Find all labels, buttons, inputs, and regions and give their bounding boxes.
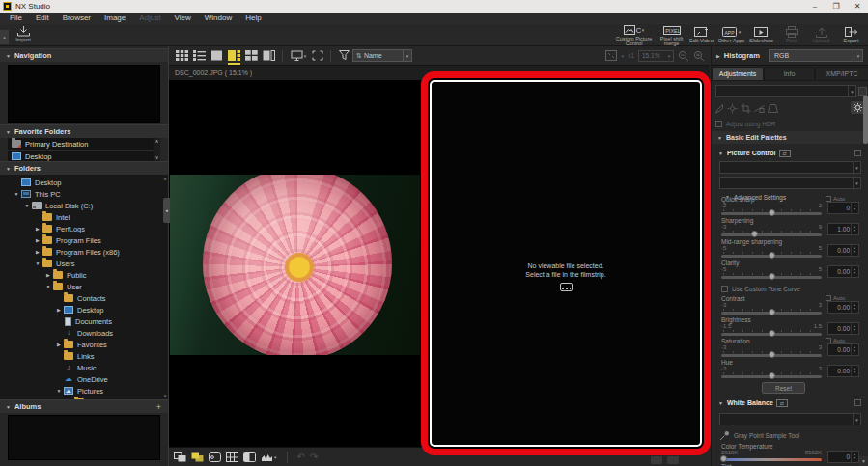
spinner-icon[interactable]: ▲▼ bbox=[851, 224, 857, 234]
single-image-button[interactable] bbox=[209, 47, 225, 65]
menu-item-edit[interactable]: Edit bbox=[29, 13, 56, 24]
close-button[interactable]: ✕ bbox=[847, 0, 868, 13]
slider-value[interactable]: 0.00▲▼ bbox=[827, 365, 859, 377]
minimize-button[interactable]: – bbox=[804, 0, 826, 13]
tree-item-this-pc[interactable]: ▼This PC bbox=[0, 188, 168, 200]
menu-item-window[interactable]: Window bbox=[198, 13, 238, 24]
spinner-icon[interactable]: ▲▼ bbox=[851, 302, 857, 313]
slider-value[interactable]: 0.00▲▼ bbox=[827, 343, 859, 356]
tree-item-desktop[interactable]: ▶Desktop bbox=[0, 304, 168, 315]
menu-item-adjust[interactable]: Adjust bbox=[132, 13, 167, 24]
spinner-icon[interactable]: ▲▼ bbox=[851, 344, 857, 355]
spinner-icon[interactable]: ▲▼ bbox=[851, 452, 857, 462]
adjustment-preset-dropdown[interactable]: ▾ bbox=[715, 85, 856, 97]
scroll-down-icon[interactable]: ∨ bbox=[163, 393, 167, 398]
picture-control-header[interactable]: ▼ Picture Control ⇄ bbox=[712, 147, 868, 159]
highlighted-viewer-pane[interactable]: No viewable file selected. Select a file… bbox=[421, 71, 711, 455]
edit-video-button[interactable]: Edit Video bbox=[686, 24, 716, 46]
image-side-filmstrip-button[interactable] bbox=[261, 47, 277, 65]
viewer-extra-buttons[interactable] bbox=[651, 456, 679, 464]
spinner-icon[interactable]: ▲▼ bbox=[851, 245, 857, 256]
scroll-down-icon[interactable]: ∨ bbox=[154, 154, 160, 161]
color-temp-slider[interactable] bbox=[721, 458, 822, 461]
white-balance-checkbox[interactable] bbox=[854, 399, 861, 406]
adjustment-manager-button[interactable] bbox=[858, 87, 867, 96]
add-album-button[interactable]: + bbox=[156, 402, 161, 412]
albums-section-header[interactable]: ▼ Albums + bbox=[0, 399, 168, 413]
badge-frame-button[interactable] bbox=[209, 451, 221, 464]
picture-control-sub-dropdown[interactable]: ▾ bbox=[719, 177, 861, 189]
tree-item-local-disk-c[interactable]: ▼Local Disk (C:) bbox=[0, 200, 168, 211]
tone-curve-checkbox[interactable] bbox=[721, 286, 728, 292]
expander-open-icon[interactable]: ▼ bbox=[12, 191, 21, 197]
expander-open-icon[interactable]: ▼ bbox=[54, 388, 64, 394]
slider-thumb[interactable] bbox=[769, 372, 775, 379]
control-point-icon[interactable] bbox=[727, 103, 738, 114]
slider-value[interactable]: 0▲▼ bbox=[827, 202, 859, 214]
hdr-checkbox[interactable] bbox=[715, 121, 722, 127]
tree-item-links[interactable]: Links bbox=[0, 350, 168, 362]
restore-button[interactable]: ❐ bbox=[826, 0, 847, 13]
menu-item-help[interactable]: Help bbox=[238, 13, 267, 24]
picture-control-checkbox[interactable] bbox=[854, 150, 861, 156]
expander-open-icon[interactable]: ▼ bbox=[22, 203, 32, 208]
expander-open-icon[interactable]: ▼ bbox=[33, 260, 42, 266]
spinner-icon[interactable]: ▲▼ bbox=[851, 366, 857, 376]
stack-button[interactable] bbox=[174, 451, 186, 464]
upload-button[interactable]: Upload bbox=[806, 24, 836, 46]
favorite-item-primary-destination[interactable]: Primary Destination bbox=[8, 138, 154, 151]
tree-item-documents[interactable]: Documents bbox=[0, 315, 168, 327]
slider-thumb[interactable] bbox=[769, 273, 775, 280]
histogram-channel-dropdown[interactable]: RGB ▾ bbox=[769, 49, 863, 62]
tree-item-favorites[interactable]: ▶Favorites bbox=[0, 339, 168, 350]
slider-thumb[interactable] bbox=[769, 209, 775, 216]
list-view-button[interactable] bbox=[191, 47, 208, 65]
tree-item-user[interactable]: ▼User bbox=[0, 281, 168, 292]
spinner-icon[interactable]: ▲▼ bbox=[851, 323, 857, 334]
filter-button[interactable] bbox=[336, 47, 352, 65]
expander-closed-icon[interactable]: ▶ bbox=[54, 342, 64, 347]
pixel-shift-merge-button[interactable]: PIXELPixel shift merge bbox=[657, 24, 686, 46]
export-button[interactable]: Export bbox=[836, 24, 866, 46]
menu-item-view[interactable]: View bbox=[168, 13, 198, 24]
slider-value[interactable]: 0.00▲▼ bbox=[827, 322, 859, 335]
zoom-percent-dropdown[interactable]: 15.1% ▾ bbox=[638, 50, 674, 62]
slider-value[interactable]: 1.00▲▼ bbox=[827, 223, 859, 235]
import-button[interactable]: Import bbox=[8, 25, 39, 45]
expander-closed-icon[interactable]: ▶ bbox=[33, 237, 42, 243]
menu-item-file[interactable]: File bbox=[3, 13, 29, 24]
tree-item-onedrive[interactable]: ☁OneDrive bbox=[0, 373, 168, 385]
expander-closed-icon[interactable]: ▶ bbox=[54, 307, 64, 313]
brush-icon[interactable] bbox=[714, 103, 724, 114]
slideshow-button[interactable]: Slideshow bbox=[746, 24, 776, 46]
redo-button[interactable]: ↷ bbox=[310, 451, 318, 464]
white-balance-header[interactable]: ▼ White Balance ⇄ bbox=[712, 397, 868, 409]
tree-item-perflogs[interactable]: ▶PerfLogs bbox=[0, 223, 168, 234]
slider-thumb[interactable] bbox=[769, 351, 775, 358]
tree-item-public[interactable]: ▶Public bbox=[0, 269, 168, 281]
spinner-icon[interactable]: ▲▼ bbox=[851, 203, 857, 213]
slider-thumb[interactable] bbox=[769, 309, 775, 315]
zoom-scale-label[interactable]: x1 bbox=[628, 52, 634, 59]
tab-adjustments[interactable]: Adjustments bbox=[712, 67, 764, 81]
reset-button[interactable]: Reset bbox=[762, 382, 805, 394]
slider-thumb[interactable] bbox=[769, 330, 775, 337]
favorite-item-desktop[interactable]: Desktop bbox=[8, 151, 154, 161]
tree-item-music[interactable]: ♪Music bbox=[0, 362, 168, 373]
folders-section-header[interactable]: ▼ Folders bbox=[0, 161, 168, 175]
perspective-icon[interactable] bbox=[768, 103, 778, 114]
sort-dropdown[interactable]: ⇅ Name ▾ bbox=[352, 49, 412, 62]
image-filmstrip-button[interactable] bbox=[226, 47, 242, 65]
favorites-scrollbar[interactable]: ∧∨ bbox=[154, 138, 160, 161]
other-apps-button[interactable]: APP▾Other Apps bbox=[716, 24, 746, 46]
stack-filled-button[interactable] bbox=[191, 451, 204, 464]
spinner-icon[interactable]: ▲▼ bbox=[851, 266, 857, 277]
panel-scroll-down-button[interactable]: ▼ bbox=[859, 456, 868, 466]
navigation-section-header[interactable]: ▼ Navigation bbox=[0, 48, 168, 62]
tab-info[interactable]: Info bbox=[764, 67, 815, 81]
panel-scrollbar-thumb[interactable] bbox=[863, 96, 868, 144]
slider-value[interactable]: 0.00▲▼ bbox=[827, 265, 859, 278]
slider-value[interactable]: 0.00▲▼ bbox=[827, 301, 859, 314]
zoom-out-icon[interactable] bbox=[678, 50, 689, 62]
gray-point-tool[interactable]: Gray Point Sample Tool bbox=[719, 429, 799, 441]
